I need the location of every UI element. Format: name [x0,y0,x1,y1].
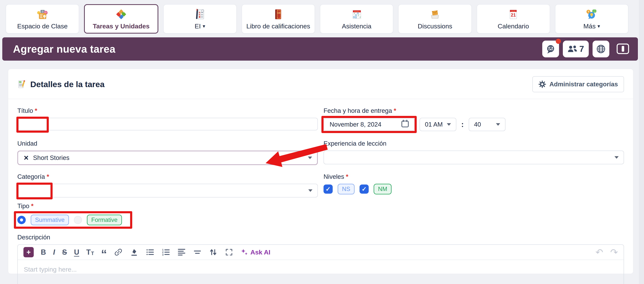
categoria-select[interactable] [17,184,318,198]
svg-text:✓: ✓ [354,12,355,14]
tab-label: Calendario [498,22,529,30]
chat-envelope-icon [546,44,556,54]
help-bubbles-icon: ? [585,8,598,20]
redo-button[interactable]: ↷ [610,247,618,258]
envelope-tray-icon [429,8,441,20]
tab-label: EI▾ [195,22,205,30]
memo-pencil-icon [17,80,26,89]
chevron-down-icon: ▾ [598,23,600,29]
undo-button[interactable]: ↶ [596,247,603,258]
tipo-summative-chip[interactable]: Summative [31,214,69,225]
experiencia-label: Experiencia de lección [324,140,624,147]
panel-toggle-button[interactable] [616,44,629,55]
field-categoria: Categoría* [17,173,318,198]
tab-discussions[interactable]: Discussions [398,4,472,34]
scrollbar[interactable] [639,0,644,284]
manage-categories-button[interactable]: Administrar categorías [532,76,624,92]
titulo-label: Título* [17,107,318,114]
participants-button[interactable]: 7 [563,40,589,57]
svg-text:✓: ✓ [359,16,361,18]
panel-toggle-icon [616,44,629,54]
puzzle-icon [115,8,128,20]
descripcion-textarea[interactable]: Start typing here... [18,260,624,284]
tab-mas[interactable]: ? Más▾ [555,4,628,34]
insert-block-button[interactable]: + [24,247,34,257]
section-heading: Detalles de la tarea [17,80,104,89]
rich-text-editor: + B I S U TT “ [17,244,624,284]
tab-label: Tareas y Unidades [93,22,150,30]
tipo-summative-radio[interactable] [17,216,26,224]
attendance-grid-icon: Attendance ✓ ✓ ✓ [350,8,363,20]
gradebook-icon: GB [272,8,284,20]
svg-text:✓: ✓ [358,14,359,16]
tipo-label: Tipo* [17,202,318,210]
nivel-nm-checkbox[interactable]: ✓ [360,184,369,194]
tab-label: Más▾ [584,22,600,30]
unidad-selected-value: Short Stories [33,154,70,162]
hour-select[interactable]: 01 AM [420,118,456,131]
notification-dot [556,39,561,44]
required-asterisk: * [31,202,34,210]
sort-updown-icon[interactable] [209,248,218,256]
required-asterisk: * [346,173,348,180]
blockquote-button[interactable]: “ [101,248,107,256]
calendar-icon: Calendar 21 [507,8,520,20]
tab-ei[interactable]: EI▾ [163,4,237,34]
align-center-icon[interactable] [193,248,202,256]
italic-button[interactable]: I [53,248,55,256]
field-unidad: Unidad × Short Stories [17,140,318,165]
bold-button[interactable]: B [41,248,46,256]
due-date-input[interactable]: November 8, 2024 [324,118,414,131]
checklist-icon [194,8,206,20]
bullet-list-icon[interactable] [146,248,154,256]
titulo-input[interactable] [24,120,312,128]
nivel-ns-chip[interactable]: NS [338,184,354,194]
tipo-formative-radio[interactable] [74,216,82,224]
hour-value: 01 AM [425,121,443,128]
annotation-box-categoria [16,182,52,199]
clear-selection-icon[interactable]: × [24,154,28,162]
calendar-picker-icon[interactable] [401,120,409,130]
page-header: Agregar nueva tarea 7 [2,37,638,60]
task-details-card: Detalles de la tarea Administrar categor… [8,69,633,274]
language-button[interactable] [592,40,609,57]
underline-button[interactable]: U [74,248,79,256]
svg-text:3: 3 [162,253,164,256]
minute-select[interactable]: 40 [469,118,506,131]
required-asterisk: * [47,173,49,180]
page-title: Agregar nueva tarea [13,43,538,55]
messages-button[interactable] [542,40,559,57]
text-size-button[interactable]: TT [86,248,94,256]
link-icon[interactable] [114,248,123,256]
nivel-nm-chip[interactable]: NM [374,184,392,194]
tab-asistencia[interactable]: Attendance ✓ ✓ ✓ Asistencia [320,4,393,34]
experiencia-select[interactable] [324,150,624,164]
tipo-formative-chip[interactable]: Formative [87,214,122,225]
highlight-color-icon[interactable] [130,248,138,256]
participants-count: 7 [580,44,584,54]
svg-text:?: ? [588,10,589,13]
chevron-down-icon [308,157,312,159]
align-left-icon[interactable] [177,248,186,256]
ask-ai-button[interactable]: Ask AI [240,248,270,256]
chevron-down-icon [447,123,451,126]
tab-calendario[interactable]: Calendar 21 Calendario [477,4,550,34]
niveles-label: Niveles* [324,173,624,180]
tab-espacio-de-clase[interactable]: Espacio de Clase [6,4,79,34]
fecha-label: Fecha y hora de entrega* [324,107,624,114]
field-experiencia: Experiencia de lección [324,140,624,165]
descripcion-label: Descripción [17,234,624,241]
fullscreen-icon[interactable] [225,248,234,256]
unidad-select[interactable]: × Short Stories [17,150,318,165]
minute-value: 40 [474,121,481,128]
ordered-list-icon[interactable]: 1 2 3 [162,248,170,256]
tab-tareas-y-unidades[interactable]: Tareas y Unidades [84,4,158,34]
strikethrough-button[interactable]: S [62,248,67,256]
tab-label: Espacio de Clase [17,22,68,30]
globe-icon [596,44,606,54]
field-titulo: Título* [17,107,318,131]
nivel-ns-checkbox[interactable]: ✓ [324,184,333,194]
chevron-down-icon [308,190,312,192]
tab-libro-de-calificaciones[interactable]: GB Libro de calificaciones [242,4,315,34]
editor-toolbar: + B I S U TT “ [18,245,624,260]
